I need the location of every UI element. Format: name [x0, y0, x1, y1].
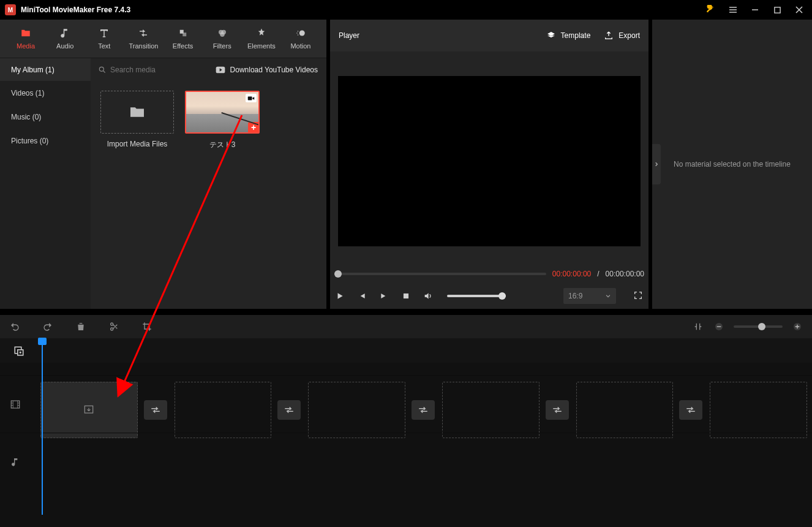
redo-button[interactable] [42, 320, 54, 333]
audio-track [0, 433, 812, 490]
tab-effects[interactable]: Effects [164, 20, 203, 58]
sidebar-item-videos[interactable]: Videos (1) [0, 81, 91, 105]
zoom-slider[interactable] [734, 325, 783, 328]
next-frame-button[interactable] [378, 290, 389, 301]
add-clip-button[interactable]: + [248, 122, 259, 133]
tab-motion-label: Motion [290, 42, 310, 50]
stop-button[interactable] [400, 290, 412, 301]
download-youtube-label: Download YouTube Videos [230, 66, 318, 74]
titlebar: M MiniTool MovieMaker Free 7.4.3 [0, 0, 812, 20]
timeline-slot[interactable] [40, 382, 138, 438]
template-button[interactable]: Template [546, 31, 591, 40]
timeline [0, 338, 812, 527]
transition-slot-button[interactable] [679, 400, 702, 420]
timeline-slot[interactable] [442, 382, 539, 438]
folder-icon [129, 105, 146, 119]
video-slots [40, 382, 807, 427]
search-input[interactable] [110, 66, 190, 74]
zoom-in-button[interactable] [791, 320, 803, 333]
album-tab-myalbum[interactable]: My Album (1) [0, 58, 91, 82]
transition-slot-button[interactable] [546, 400, 569, 420]
no-selection-text: No material selected on the timeline [674, 160, 791, 169]
film-icon [0, 399, 31, 410]
app-logo-icon: M [5, 4, 16, 15]
hamburger-icon[interactable] [727, 4, 739, 15]
aspect-ratio-select[interactable]: 16:9 [563, 288, 616, 304]
export-label: Export [618, 31, 640, 40]
svg-rect-15 [11, 401, 20, 408]
volume-slider[interactable] [447, 295, 506, 297]
transition-slot-button[interactable] [277, 400, 301, 420]
time-separator: / [597, 270, 599, 278]
sidebar-item-music[interactable]: Music (0) [0, 105, 91, 129]
tab-transition[interactable]: Transition [124, 20, 163, 58]
seek-slider[interactable] [334, 273, 546, 275]
import-media-button[interactable] [100, 91, 174, 134]
minimize-button[interactable] [750, 4, 761, 15]
panel-collapse-handle[interactable] [652, 144, 661, 184]
top-tabs: Media Audio Text Transition Effects Filt… [0, 20, 326, 58]
clip-name: テスト3 [209, 140, 236, 150]
tab-audio[interactable]: Audio [45, 20, 85, 58]
app-title: MiniTool MovieMaker Free 7.4.3 [21, 6, 130, 14]
svg-rect-2 [182, 32, 186, 36]
svg-rect-10 [404, 294, 408, 298]
transition-slot-button[interactable] [412, 400, 435, 420]
chevron-right-icon [654, 161, 659, 167]
prev-frame-button[interactable] [356, 290, 367, 301]
player-title: Player [339, 31, 359, 40]
drop-here-icon [83, 404, 95, 416]
split-button[interactable] [108, 320, 120, 333]
video-preview [338, 76, 641, 246]
timeline-slot[interactable] [308, 382, 405, 438]
media-panel: Media Audio Text Transition Effects Filt… [0, 20, 326, 309]
fullscreen-button[interactable] [633, 290, 644, 301]
volume-icon[interactable] [423, 290, 434, 301]
sidebar-item-pictures[interactable]: Pictures (0) [0, 129, 91, 153]
youtube-icon [216, 66, 225, 74]
add-track-button[interactable] [13, 346, 24, 357]
time-total: 00:00:00:00 [606, 270, 644, 278]
export-button[interactable]: Export [604, 31, 640, 40]
timeline-slot[interactable] [710, 382, 807, 438]
zoom-out-button[interactable] [713, 320, 725, 333]
clip-card: + テスト3 [185, 91, 260, 150]
crop-button[interactable] [141, 320, 153, 333]
undo-button[interactable] [9, 320, 21, 333]
transition-slot-button[interactable] [144, 400, 167, 420]
tab-filters[interactable]: Filters [203, 20, 242, 58]
video-icon [246, 94, 257, 102]
video-track [0, 375, 812, 433]
maximize-button[interactable] [772, 4, 783, 15]
album-subrow: My Album (1) Download YouTube Videos [0, 58, 326, 81]
layers-icon [546, 31, 556, 40]
aspect-ratio-value: 16:9 [568, 292, 582, 300]
fit-button[interactable] [692, 320, 704, 333]
svg-point-6 [299, 31, 305, 36]
tab-text[interactable]: Text [85, 20, 124, 58]
clip-thumbnail[interactable]: + [185, 91, 260, 134]
search-wrap [91, 58, 216, 82]
key-icon[interactable] [705, 4, 716, 15]
import-card: Import Media Files [100, 91, 174, 148]
svg-point-7 [99, 67, 103, 71]
tab-elements-label: Elements [247, 42, 276, 50]
timeline-toolbar [0, 315, 812, 338]
timeline-slot[interactable] [576, 382, 674, 438]
tab-effects-label: Effects [173, 42, 193, 50]
tab-media[interactable]: Media [6, 20, 45, 58]
playhead[interactable] [42, 342, 43, 515]
download-youtube-button[interactable]: Download YouTube Videos [216, 66, 326, 74]
tab-motion[interactable]: Motion [281, 20, 320, 58]
time-current: 00:00:00:00 [552, 270, 591, 278]
timeline-ruler[interactable] [0, 338, 812, 363]
play-button[interactable] [334, 290, 345, 301]
delete-button[interactable] [75, 320, 87, 333]
close-button[interactable] [794, 4, 805, 15]
timeline-slot[interactable] [175, 382, 272, 438]
properties-panel: No material selected on the timeline [652, 20, 812, 309]
tab-elements[interactable]: Elements [242, 20, 281, 58]
search-icon [98, 66, 107, 74]
import-caption: Import Media Files [107, 140, 168, 148]
svg-point-5 [220, 32, 225, 37]
